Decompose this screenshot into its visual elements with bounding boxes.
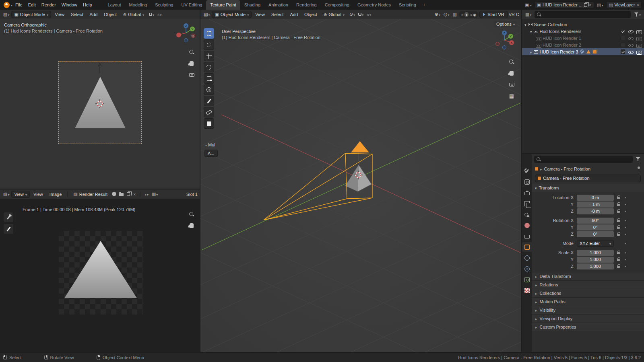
object-name-field[interactable]: Camera - Free Rotation	[535, 175, 641, 182]
tab-texture-properties[interactable]	[522, 286, 532, 295]
outliner-row-scene-collection[interactable]: Scene Collection	[522, 21, 644, 28]
animate-dot-icon[interactable]	[623, 243, 627, 244]
animate-dot-icon[interactable]	[623, 211, 627, 212]
add-workspace-button[interactable]: +	[420, 0, 428, 10]
lock-icon[interactable]	[617, 234, 620, 236]
show-gizmo-icon[interactable]	[433, 12, 442, 17]
exclude-checkbox[interactable]	[621, 49, 625, 54]
material-preview-icon[interactable]	[470, 12, 472, 17]
lock-icon[interactable]	[617, 197, 620, 199]
zoom-icon[interactable]	[188, 48, 196, 56]
scene-browse-icon[interactable]	[524, 2, 533, 8]
camview-menu-add[interactable]: Add	[87, 11, 100, 18]
new-image-icon[interactable]	[126, 192, 131, 196]
snap-magnet-icon[interactable]	[148, 12, 155, 17]
viewport-mode-dropdown[interactable]: Object Mode	[212, 11, 252, 18]
transform-tool[interactable]	[204, 84, 214, 95]
menu-render[interactable]: Render	[39, 1, 59, 8]
tab-compositing[interactable]: Compositing	[321, 0, 353, 10]
rotation-x-field[interactable]: 90°	[577, 218, 614, 224]
tab-object-properties[interactable]	[522, 242, 532, 252]
viewport-scene[interactable]	[200, 19, 521, 352]
options-dropdown[interactable]: Options	[494, 21, 517, 27]
menu-file[interactable]: File	[12, 1, 25, 8]
proportional-editing-icon[interactable]	[156, 12, 163, 17]
remove-viewlayer-icon[interactable]	[637, 2, 639, 7]
lock-icon[interactable]	[617, 252, 620, 254]
properties-search-input[interactable]	[534, 156, 633, 163]
pan-hand-icon[interactable]	[188, 60, 196, 68]
tab-constraints-properties[interactable]	[522, 253, 532, 263]
camview-orientation-dropdown[interactable]: Global	[120, 11, 147, 18]
image-menu-image[interactable]: Image	[47, 191, 65, 198]
proportional-editing-icon[interactable]	[365, 12, 372, 17]
display-channels-icon[interactable]	[143, 192, 150, 197]
axis-gizmo[interactable]: Z Y X	[175, 23, 196, 43]
tab-scripting[interactable]: Scripting	[395, 0, 420, 10]
editor-type-viewport-icon[interactable]	[2, 12, 10, 17]
pin-icon[interactable]	[637, 167, 641, 171]
animate-dot-icon[interactable]	[623, 204, 627, 205]
camera-view-canvas[interactable]: Camera Orthographic (1) Hud Icons Render…	[0, 19, 200, 189]
pivot-point-icon[interactable]	[348, 12, 356, 17]
tab-layout[interactable]: Layout	[104, 0, 125, 10]
scale-x-field[interactable]: 1.000	[577, 250, 614, 256]
image-menu-view[interactable]: View	[31, 191, 46, 198]
menu-edit[interactable]: Edit	[25, 1, 39, 8]
sample-eyedropper-tool[interactable]	[3, 212, 14, 222]
fake-user-shield-icon[interactable]	[111, 192, 117, 196]
scene-selector[interactable]: HUD Icon Render ...	[535, 1, 594, 8]
add-cube-tool[interactable]	[204, 118, 214, 129]
hide-eye-icon[interactable]	[628, 43, 634, 47]
unlink-scene-icon[interactable]	[589, 2, 591, 7]
camview-menu-view[interactable]: View	[52, 11, 67, 18]
exclude-checkbox[interactable]	[621, 29, 625, 33]
image-editor-canvas[interactable]: Frame:1 | Time:00:00.08 | Mem:108.43M (P…	[0, 199, 200, 352]
tab-animation[interactable]: Animation	[264, 0, 292, 10]
rotation-y-field[interactable]: 0°	[577, 224, 614, 230]
tab-tool-properties[interactable]	[522, 166, 532, 176]
camview-mode-dropdown[interactable]: Object Mode	[11, 11, 51, 18]
animate-dot-icon[interactable]	[623, 227, 627, 228]
hide-eye-icon[interactable]	[628, 49, 634, 54]
section-visibility[interactable]: Visibility	[532, 306, 644, 314]
move-tool[interactable]	[204, 51, 214, 61]
new-scene-icon[interactable]	[584, 3, 587, 7]
editor-type-viewport-icon[interactable]	[202, 12, 211, 17]
rotation-mode-dropdown[interactable]: XYZ Euler	[577, 241, 614, 247]
wireframe-shading-icon[interactable]	[461, 12, 463, 17]
hide-eye-icon[interactable]	[628, 36, 634, 41]
hide-eye-icon[interactable]	[628, 29, 634, 34]
outliner-row-item-active[interactable]: HUD Icon Render 3	[522, 48, 644, 55]
camview-menu-select[interactable]: Select	[68, 11, 86, 18]
tab-render-properties[interactable]	[522, 177, 532, 187]
exclude-checkbox[interactable]	[621, 43, 625, 47]
annotate-tool[interactable]	[3, 224, 14, 234]
pan-hand-icon[interactable]	[508, 69, 516, 77]
outliner-search-input[interactable]	[535, 11, 631, 18]
image-mode-dropdown[interactable]: View	[11, 191, 30, 198]
rotate-tool[interactable]	[204, 62, 214, 72]
viewport-orientation-dropdown[interactable]: Global	[321, 11, 347, 18]
transform-panel-header[interactable]: Transform	[532, 183, 644, 192]
filter-icon[interactable]	[633, 12, 642, 17]
blender-logo-icon[interactable]	[4, 2, 10, 8]
tab-scene-properties[interactable]	[522, 210, 532, 219]
rotation-z-field[interactable]: 0°	[577, 231, 614, 237]
section-custom-properties[interactable]: Custom Properties	[532, 323, 644, 331]
tab-uv-editing[interactable]: UV Editing	[177, 0, 206, 10]
viewlayer-browse-icon[interactable]	[596, 2, 605, 8]
render-visibility-icon[interactable]	[636, 36, 642, 41]
filter-icon[interactable]	[634, 157, 642, 162]
zoom-icon[interactable]	[188, 210, 196, 218]
animate-dot-icon[interactable]	[623, 220, 627, 221]
section-viewport-display[interactable]: Viewport Display	[532, 314, 644, 323]
pan-hand-icon[interactable]	[188, 222, 196, 230]
show-overlays-icon[interactable]	[442, 12, 451, 17]
viewport-menu-view[interactable]: View	[252, 11, 268, 18]
render-visibility-icon[interactable]	[636, 29, 642, 34]
tool-popover[interactable]: Mul	[205, 142, 215, 147]
render-visibility-icon[interactable]	[636, 49, 642, 54]
tab-data-properties[interactable]	[522, 275, 532, 284]
snap-magnet-icon[interactable]	[357, 12, 365, 17]
